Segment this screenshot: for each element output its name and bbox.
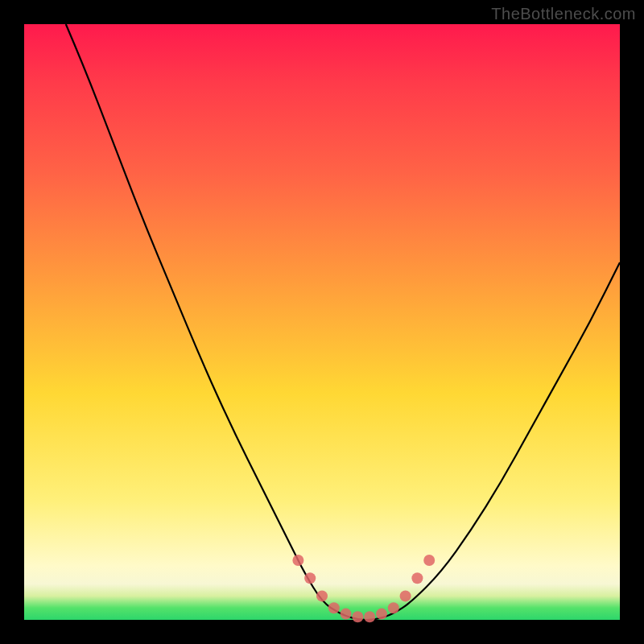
marker-point [304, 572, 316, 584]
marker-point [388, 602, 399, 613]
plot-area [24, 24, 620, 620]
marker-point [400, 590, 411, 601]
marker-point [364, 611, 375, 622]
bottleneck-curve [66, 24, 620, 620]
marker-point [423, 555, 435, 566]
marker-point [341, 609, 352, 620]
marker-point [292, 555, 303, 566]
marker-point [316, 590, 328, 601]
marker-point [411, 572, 423, 584]
chart-frame: TheBottleneck.com [0, 0, 644, 644]
watermark-text: TheBottleneck.com [491, 5, 636, 23]
marker-point [352, 611, 363, 622]
marker-point [328, 602, 340, 613]
curve-layer [24, 24, 620, 620]
marker-point [376, 609, 387, 620]
